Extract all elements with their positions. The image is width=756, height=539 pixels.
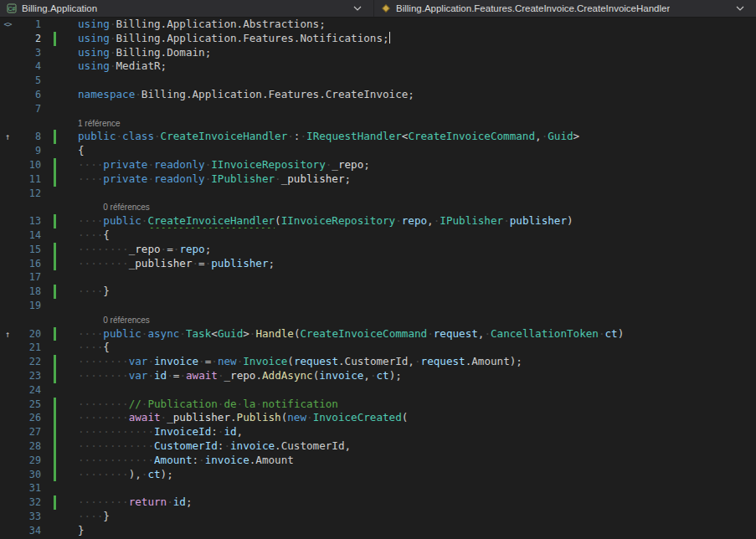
glyph-margin	[0, 439, 15, 454]
whitespace-dots: ·	[141, 398, 148, 410]
code-line[interactable]: ····}	[78, 510, 756, 524]
code-row: 22········var·invoice·=·new·Invoice(requ…	[0, 355, 756, 369]
code-row: 17	[0, 270, 756, 285]
code-line[interactable]: ····{	[78, 228, 756, 243]
glyph-margin	[0, 243, 15, 257]
code-row: 14····{	[0, 228, 756, 243]
code-line[interactable]	[78, 102, 756, 116]
code-row: 27············InvoiceId:·id,	[0, 425, 756, 439]
codelens-reference-count[interactable]: 0 références	[103, 203, 150, 212]
code-line[interactable]: ············Amount:·invoice.Amount	[78, 454, 756, 468]
line-number: 32	[15, 495, 45, 510]
inheritance-margin-icon[interactable]: ↑	[0, 130, 15, 144]
chevron-down-icon	[353, 6, 362, 11]
change-indicator	[54, 398, 56, 412]
glyph-margin	[0, 369, 15, 383]
code-line[interactable]: using·Billing.Domain;	[78, 46, 756, 60]
glyph-margin	[0, 257, 15, 271]
whitespace-dots: ········	[78, 468, 129, 480]
code-line[interactable]: using·Billing.Application.Features.Notif…	[78, 32, 756, 46]
whitespace-dots: ····	[78, 172, 103, 185]
code-line[interactable]: ····{	[78, 341, 756, 355]
code-row: ↑8public·class·CreateInvoiceHandler·:·IR…	[0, 130, 756, 144]
chevron-down-icon	[736, 6, 744, 11]
change-margin	[45, 454, 78, 468]
change-indicator	[54, 243, 56, 257]
member-dropdown[interactable]: Billing.Application.Features.CreateInvoi…	[374, 0, 756, 17]
code-row: 15········_repo·=·repo;	[0, 243, 756, 257]
whitespace-dots: ····	[78, 341, 103, 353]
glyph-margin	[0, 144, 15, 158]
glyph-margin	[0, 59, 15, 74]
code-line[interactable]: ····private·readonly·IPublisher·_publish…	[78, 172, 756, 187]
glyph-margin	[0, 411, 15, 425]
inheritance-margin-icon[interactable]: ↑	[0, 327, 15, 341]
change-indicator	[54, 32, 56, 46]
code-line[interactable]: ········await·_publisher.Publish(new·Inv…	[78, 411, 756, 425]
code-line[interactable]	[78, 383, 756, 398]
code-line[interactable]: ········return·id;	[78, 495, 756, 510]
code-line[interactable]	[78, 187, 756, 201]
code-row: 32········return·id;	[0, 495, 756, 510]
codelens-label[interactable]: 1 référence	[78, 116, 756, 131]
code-line[interactable]: ········),·ct);	[78, 468, 756, 482]
code-editor[interactable]: <>1using·Billing.Application.Abstraction…	[0, 18, 756, 537]
visual-studio-editor: C# Billing.Application Billing.Applicati…	[0, 0, 756, 537]
change-indicator	[54, 158, 56, 172]
codelens-label[interactable]: 0 références	[78, 200, 756, 214]
code-line[interactable]: using·MediatR;	[78, 59, 756, 74]
line-number: 34	[15, 524, 45, 538]
class-icon	[381, 3, 391, 13]
whitespace-dots: ·	[167, 369, 173, 382]
code-line[interactable]: ········_publisher·=·publisher;	[78, 257, 756, 271]
line-number: 6	[15, 88, 45, 102]
code-row: 9{	[0, 144, 756, 158]
codelens-reference-count[interactable]: 0 références	[103, 316, 150, 325]
whitespace-dots: ·	[255, 398, 262, 410]
change-margin	[45, 46, 78, 60]
code-row: 12	[0, 187, 756, 201]
glyph-margin	[0, 172, 15, 187]
code-line[interactable]: }	[78, 524, 756, 538]
code-line[interactable]: ····}	[78, 285, 756, 299]
code-line[interactable]	[78, 481, 756, 495]
line-number: 5	[15, 74, 45, 88]
code-line[interactable]: ········_repo·=·repo;	[78, 243, 756, 257]
code-line[interactable]	[78, 299, 756, 313]
change-margin	[45, 355, 78, 369]
line-number: 22	[15, 355, 45, 369]
change-margin	[45, 172, 78, 187]
code-line[interactable]: ············CustomerId:·invoice.Customer…	[78, 439, 756, 454]
line-number: 3	[15, 46, 45, 60]
glyph-margin	[0, 481, 15, 495]
code-line[interactable]	[78, 74, 756, 88]
code-line[interactable]: ············InvoiceId:·id,	[78, 425, 756, 439]
change-margin	[45, 102, 78, 116]
code-line[interactable]: ····private·readonly·IInvoiceRepository·…	[78, 158, 756, 172]
code-line[interactable]: {	[78, 144, 756, 158]
code-line[interactable]: ····public·CreateInvoiceHandler(IInvoice…	[78, 214, 756, 228]
whitespace-dots: ·	[395, 214, 402, 227]
change-margin	[45, 214, 78, 228]
code-line[interactable]: using·Billing.Application.Abstractions;	[78, 18, 756, 32]
whitespace-dots: ·	[300, 130, 306, 142]
code-line[interactable]: ····public·async·Task<Guid>·Handle(Creat…	[78, 327, 756, 341]
change-margin	[45, 425, 78, 439]
project-dropdown[interactable]: C# Billing.Application	[0, 0, 374, 17]
code-line[interactable]: public·class·CreateInvoiceHandler·:·IReq…	[78, 130, 756, 144]
code-line[interactable]: ········var·id·=·await·_repo.AddAsync(in…	[78, 369, 756, 383]
line-number: 11	[15, 172, 45, 187]
code-line[interactable]	[78, 270, 756, 285]
whitespace-dots: ·	[110, 59, 116, 72]
code-line[interactable]: namespace·Billing.Application.Features.C…	[78, 88, 756, 102]
glyph-margin	[0, 32, 15, 46]
code-row: 25········//·Publication·de·la·notificat…	[0, 398, 756, 412]
code-row: 6namespace·Billing.Application.Features.…	[0, 88, 756, 102]
text-caret	[389, 32, 391, 44]
codelens-reference-count[interactable]: 1 référence	[78, 119, 121, 128]
code-row: 33····}	[0, 510, 756, 524]
code-line[interactable]: ········//·Publication·de·la·notificatio…	[78, 398, 756, 412]
code-line[interactable]: ········var·invoice·=·new·Invoice(reques…	[78, 355, 756, 369]
codelens-label[interactable]: 0 références	[78, 313, 756, 327]
whitespace-dots: ········	[78, 411, 129, 424]
